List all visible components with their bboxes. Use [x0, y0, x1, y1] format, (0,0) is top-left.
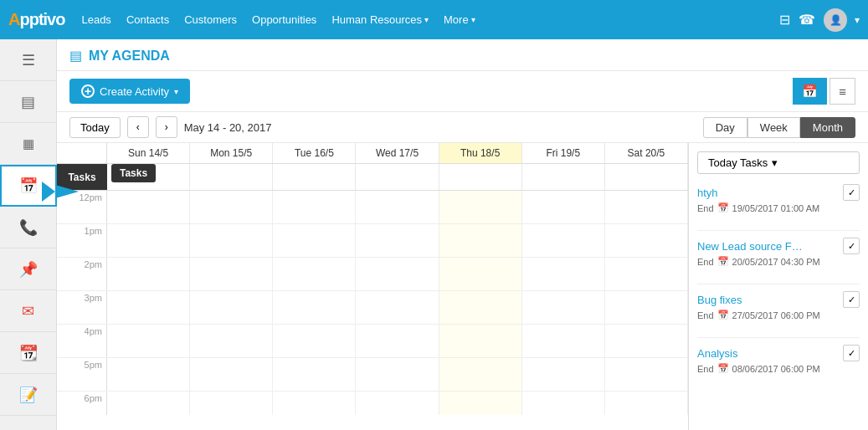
time-cell-mon-12pm[interactable] [190, 191, 273, 223]
tasks-cell-thu[interactable] [439, 164, 522, 190]
tasks-cell-wed[interactable] [356, 164, 439, 190]
sidebar-envelope-icon[interactable]: ✉ [0, 290, 57, 332]
task-1-link[interactable]: htyh [697, 187, 718, 199]
time-cell-sat-12pm[interactable] [605, 191, 688, 223]
nav-icon-2[interactable]: ☎ [799, 12, 815, 28]
time-cell-fri-2pm[interactable] [522, 258, 605, 290]
time-cell-tue-6pm[interactable] [273, 392, 356, 415]
time-row-5pm: 5pm [57, 358, 688, 392]
nav-human-resources[interactable]: Human Resources ▾ [331, 13, 429, 26]
nav-more[interactable]: More ▾ [444, 13, 475, 26]
time-cell-sat-5pm[interactable] [605, 358, 688, 391]
time-cell-fri-3pm[interactable] [522, 291, 605, 324]
sidebar-phone-icon[interactable]: 📞 [0, 207, 57, 248]
task-divider-1 [697, 230, 860, 231]
tasks-cell-sat[interactable] [605, 164, 688, 190]
sidebar-note-icon[interactable]: 📝 [0, 374, 57, 416]
time-cell-fri-4pm[interactable] [522, 325, 605, 357]
today-button[interactable]: Today [69, 117, 121, 138]
sidebar-menu-icon[interactable]: ☰ [0, 39, 57, 81]
app-logo[interactable]: Apptivo [8, 10, 64, 29]
time-cell-sun-12pm[interactable] [107, 191, 190, 223]
sidebar-pin-icon[interactable]: 📌 [0, 248, 57, 290]
time-cell-thu-6pm[interactable] [439, 392, 522, 415]
time-cell-sat-2pm[interactable] [605, 258, 688, 290]
prev-button[interactable]: ‹ [127, 116, 149, 138]
time-cell-mon-3pm[interactable] [190, 291, 273, 324]
time-cell-fri-12pm[interactable] [522, 191, 605, 223]
month-view-tab[interactable]: Month [800, 117, 855, 138]
nav-contacts[interactable]: Contacts [126, 13, 169, 26]
agenda-header-icon: ▤ [69, 48, 82, 64]
time-cell-wed-5pm[interactable] [356, 358, 439, 391]
time-cell-fri-6pm[interactable] [522, 392, 605, 415]
top-nav: Apptivo Leads Contacts Customers Opportu… [0, 0, 868, 39]
sidebar-calendar-grid-icon[interactable]: ▦ [0, 123, 57, 165]
time-cell-wed-12pm[interactable] [356, 191, 439, 223]
nav-opportunities[interactable]: Opportunities [252, 13, 316, 26]
time-cell-thu-3pm[interactable] [439, 291, 522, 324]
time-cell-thu-2pm[interactable] [439, 258, 522, 290]
time-cell-wed-3pm[interactable] [356, 291, 439, 324]
time-cell-thu-12pm[interactable] [439, 191, 522, 223]
time-cell-tue-5pm[interactable] [273, 358, 356, 391]
time-cell-sat-4pm[interactable] [605, 325, 688, 357]
next-button[interactable]: › [156, 116, 177, 138]
user-menu[interactable]: 👤 ▾ [824, 8, 860, 32]
today-tasks-button[interactable]: Today Tasks ▾ [697, 151, 860, 174]
right-panel: Today Tasks ▾ htyh ✓ End 📅 19/05/2017 01… [688, 143, 868, 430]
task-2-date: End 📅 20/05/2017 04:30 PM [697, 256, 860, 267]
time-cell-tue-1pm[interactable] [273, 224, 356, 257]
time-cell-tue-3pm[interactable] [273, 291, 356, 324]
time-cell-sun-4pm[interactable] [107, 325, 190, 357]
time-cell-tue-4pm[interactable] [273, 325, 356, 357]
time-cell-thu-1pm[interactable] [439, 224, 522, 257]
time-cell-sat-1pm[interactable] [605, 224, 688, 257]
create-activity-button[interactable]: + Create Activity ▾ [69, 79, 190, 104]
tasks-cell-mon[interactable] [190, 164, 273, 190]
week-view-tab[interactable]: Week [747, 117, 800, 138]
time-cell-wed-1pm[interactable] [356, 224, 439, 257]
time-cell-mon-2pm[interactable] [190, 258, 273, 290]
time-cell-mon-1pm[interactable] [190, 224, 273, 257]
time-cell-sun-3pm[interactable] [107, 291, 190, 324]
sidebar-calendar-plus-icon[interactable]: 📆 [0, 332, 57, 374]
task-divider-2 [697, 284, 860, 284]
nav-leads[interactable]: Leads [81, 13, 110, 26]
calendar-view-button[interactable]: 📅 [793, 78, 827, 105]
task-1-checkbox[interactable]: ✓ [843, 184, 860, 201]
task-2-link[interactable]: New Lead source F… [697, 240, 803, 253]
time-cell-sun-5pm[interactable] [107, 358, 190, 391]
time-cell-tue-12pm[interactable] [273, 191, 356, 223]
list-view-button[interactable]: ≡ [829, 78, 855, 105]
time-cell-sun-1pm[interactable] [107, 224, 190, 257]
task-4-checkbox[interactable]: ✓ [843, 345, 860, 361]
calendar-toolbar: + Create Activity ▾ 📅 ≡ [57, 71, 868, 112]
time-cell-mon-4pm[interactable] [190, 325, 273, 357]
time-cell-fri-1pm[interactable] [522, 224, 605, 257]
task-3-checkbox[interactable]: ✓ [843, 291, 860, 308]
time-cell-sun-2pm[interactable] [107, 258, 190, 290]
time-cell-thu-5pm[interactable] [439, 358, 522, 391]
task-3-link[interactable]: Bug fixes [697, 294, 742, 306]
nav-customers[interactable]: Customers [184, 13, 237, 26]
time-cell-mon-6pm[interactable] [190, 392, 273, 415]
time-cell-sun-6pm[interactable] [107, 392, 190, 415]
tasks-cell-tue[interactable] [273, 164, 356, 190]
time-cell-sat-3pm[interactable] [605, 291, 688, 324]
task-2-checkbox[interactable]: ✓ [843, 238, 860, 254]
day-view-tab[interactable]: Day [703, 117, 747, 138]
time-cell-wed-4pm[interactable] [356, 325, 439, 357]
time-cell-fri-5pm[interactable] [522, 358, 605, 391]
task-4-link[interactable]: Analysis [697, 347, 737, 360]
tasks-cell-fri[interactable] [522, 164, 605, 190]
time-cell-thu-4pm[interactable] [439, 325, 522, 357]
time-cell-wed-2pm[interactable] [356, 258, 439, 290]
time-cell-tue-2pm[interactable] [273, 258, 356, 290]
time-cell-wed-6pm[interactable] [356, 392, 439, 415]
nav-icon-1[interactable]: ⊟ [779, 12, 790, 28]
time-cell-mon-5pm[interactable] [190, 358, 273, 391]
arrow-pointer [42, 182, 80, 202]
time-cell-sat-6pm[interactable] [605, 392, 688, 415]
sidebar-list-icon[interactable]: ▤ [0, 81, 57, 123]
